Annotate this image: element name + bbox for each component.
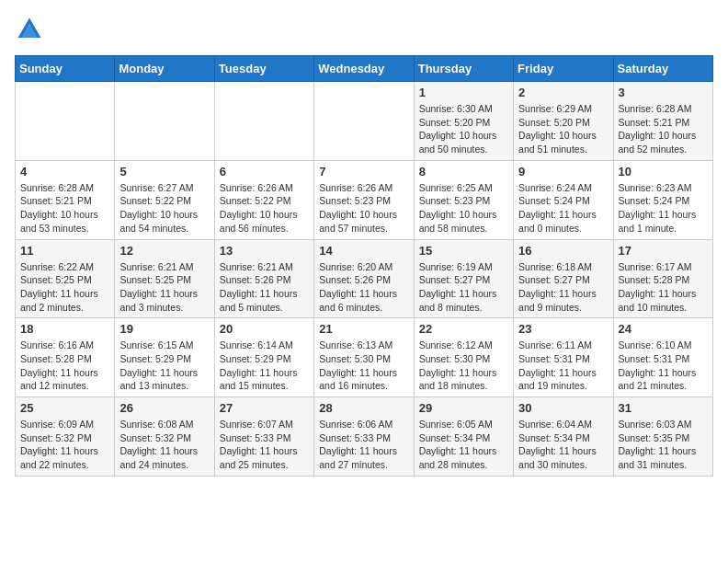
- day-number: 31: [619, 401, 708, 415]
- calendar-cell: 21Sunrise: 6:13 AMSunset: 5:30 PMDayligh…: [314, 318, 414, 397]
- calendar-cell: 31Sunrise: 6:03 AMSunset: 5:35 PMDayligh…: [613, 397, 712, 477]
- day-number: 7: [319, 165, 408, 178]
- day-info: Sunrise: 6:20 AMSunset: 5:26 PMDaylight:…: [319, 260, 408, 315]
- calendar-cell: 26Sunrise: 6:08 AMSunset: 5:32 PMDayligh…: [115, 397, 214, 477]
- day-info: Sunrise: 6:14 AMSunset: 5:29 PMDaylight:…: [220, 339, 309, 393]
- calendar-cell: 17Sunrise: 6:17 AMSunset: 5:28 PMDayligh…: [613, 239, 712, 318]
- day-info: Sunrise: 6:17 AMSunset: 5:28 PMDaylight:…: [619, 260, 708, 315]
- day-number: 23: [518, 322, 608, 336]
- day-number: 9: [518, 165, 608, 178]
- day-info: Sunrise: 6:27 AMSunset: 5:22 PMDaylight:…: [119, 181, 209, 236]
- calendar-cell: 19Sunrise: 6:15 AMSunset: 5:29 PMDayligh…: [115, 318, 214, 397]
- calendar-cell: 11Sunrise: 6:22 AMSunset: 5:25 PMDayligh…: [16, 239, 115, 318]
- calendar-cell: 13Sunrise: 6:21 AMSunset: 5:26 PMDayligh…: [214, 239, 313, 318]
- day-number: 24: [619, 322, 708, 336]
- day-info: Sunrise: 6:24 AMSunset: 5:24 PMDaylight:…: [518, 181, 608, 236]
- calendar-cell: 6Sunrise: 6:26 AMSunset: 5:22 PMDaylight…: [214, 160, 313, 239]
- day-number: 8: [419, 165, 508, 178]
- day-number: 25: [20, 401, 109, 415]
- calendar-cell: 18Sunrise: 6:16 AMSunset: 5:28 PMDayligh…: [16, 318, 115, 397]
- day-info: Sunrise: 6:19 AMSunset: 5:27 PMDaylight:…: [419, 260, 508, 315]
- day-info: Sunrise: 6:21 AMSunset: 5:26 PMDaylight:…: [220, 260, 309, 315]
- day-number: 1: [419, 86, 508, 99]
- logo: [15, 15, 48, 44]
- day-number: 17: [619, 244, 708, 258]
- calendar-cell: 24Sunrise: 6:10 AMSunset: 5:31 PMDayligh…: [613, 318, 712, 397]
- calendar-day-header: Wednesday: [314, 56, 414, 82]
- day-info: Sunrise: 6:12 AMSunset: 5:30 PMDaylight:…: [419, 339, 508, 393]
- day-number: 14: [319, 244, 408, 258]
- day-number: 12: [119, 244, 209, 258]
- calendar-week-row: 4Sunrise: 6:28 AMSunset: 5:21 PMDaylight…: [16, 160, 713, 239]
- day-number: 29: [419, 401, 508, 415]
- day-info: Sunrise: 6:29 AMSunset: 5:20 PMDaylight:…: [518, 102, 608, 156]
- day-number: 20: [220, 322, 309, 336]
- calendar-cell: [214, 82, 313, 161]
- calendar-cell: [314, 82, 414, 161]
- day-number: 26: [119, 401, 209, 415]
- calendar-cell: 14Sunrise: 6:20 AMSunset: 5:26 PMDayligh…: [314, 239, 414, 318]
- calendar-day-header: Thursday: [414, 56, 513, 82]
- day-info: Sunrise: 6:18 AMSunset: 5:27 PMDaylight:…: [518, 260, 608, 315]
- calendar-day-header: Monday: [115, 56, 214, 82]
- day-info: Sunrise: 6:28 AMSunset: 5:21 PMDaylight:…: [619, 102, 708, 156]
- calendar-week-row: 1Sunrise: 6:30 AMSunset: 5:20 PMDaylight…: [16, 82, 713, 161]
- day-number: 19: [119, 322, 209, 336]
- calendar-cell: 23Sunrise: 6:11 AMSunset: 5:31 PMDayligh…: [514, 318, 613, 397]
- day-info: Sunrise: 6:26 AMSunset: 5:23 PMDaylight:…: [319, 181, 408, 236]
- calendar-cell: 8Sunrise: 6:25 AMSunset: 5:23 PMDaylight…: [414, 160, 513, 239]
- day-number: 10: [619, 165, 708, 178]
- day-info: Sunrise: 6:04 AMSunset: 5:34 PMDaylight:…: [518, 418, 608, 472]
- calendar-cell: 27Sunrise: 6:07 AMSunset: 5:33 PMDayligh…: [214, 397, 313, 477]
- day-number: 22: [419, 322, 508, 336]
- day-number: 30: [518, 401, 608, 415]
- day-number: 13: [220, 244, 309, 258]
- calendar-cell: 3Sunrise: 6:28 AMSunset: 5:21 PMDaylight…: [613, 82, 712, 161]
- calendar-cell: 15Sunrise: 6:19 AMSunset: 5:27 PMDayligh…: [414, 239, 513, 318]
- logo-icon: [15, 15, 44, 44]
- day-info: Sunrise: 6:15 AMSunset: 5:29 PMDaylight:…: [119, 339, 209, 393]
- calendar-cell: 29Sunrise: 6:05 AMSunset: 5:34 PMDayligh…: [414, 397, 513, 477]
- calendar-cell: 7Sunrise: 6:26 AMSunset: 5:23 PMDaylight…: [314, 160, 414, 239]
- day-info: Sunrise: 6:11 AMSunset: 5:31 PMDaylight:…: [518, 339, 608, 393]
- calendar-cell: 4Sunrise: 6:28 AMSunset: 5:21 PMDaylight…: [16, 160, 115, 239]
- calendar-cell: 9Sunrise: 6:24 AMSunset: 5:24 PMDaylight…: [514, 160, 613, 239]
- day-number: 4: [20, 165, 109, 178]
- day-info: Sunrise: 6:22 AMSunset: 5:25 PMDaylight:…: [20, 260, 109, 315]
- calendar-week-row: 11Sunrise: 6:22 AMSunset: 5:25 PMDayligh…: [16, 239, 713, 318]
- day-number: 6: [220, 165, 309, 178]
- calendar-week-row: 25Sunrise: 6:09 AMSunset: 5:32 PMDayligh…: [16, 397, 713, 477]
- calendar-day-header: Saturday: [613, 56, 712, 82]
- day-number: 5: [119, 165, 209, 178]
- calendar-cell: 25Sunrise: 6:09 AMSunset: 5:32 PMDayligh…: [16, 397, 115, 477]
- day-info: Sunrise: 6:16 AMSunset: 5:28 PMDaylight:…: [20, 339, 109, 393]
- calendar-cell: [16, 82, 115, 161]
- calendar-cell: 30Sunrise: 6:04 AMSunset: 5:34 PMDayligh…: [514, 397, 613, 477]
- day-info: Sunrise: 6:28 AMSunset: 5:21 PMDaylight:…: [20, 181, 109, 236]
- day-number: 3: [619, 86, 708, 99]
- calendar-cell: [115, 82, 214, 161]
- calendar-cell: 20Sunrise: 6:14 AMSunset: 5:29 PMDayligh…: [214, 318, 313, 397]
- day-info: Sunrise: 6:07 AMSunset: 5:33 PMDaylight:…: [220, 418, 309, 472]
- day-info: Sunrise: 6:21 AMSunset: 5:25 PMDaylight:…: [119, 260, 209, 315]
- day-info: Sunrise: 6:30 AMSunset: 5:20 PMDaylight:…: [419, 102, 508, 156]
- day-info: Sunrise: 6:09 AMSunset: 5:32 PMDaylight:…: [20, 418, 109, 472]
- day-info: Sunrise: 6:23 AMSunset: 5:24 PMDaylight:…: [619, 181, 708, 236]
- calendar-table: SundayMondayTuesdayWednesdayThursdayFrid…: [15, 55, 713, 477]
- calendar-cell: 1Sunrise: 6:30 AMSunset: 5:20 PMDaylight…: [414, 82, 513, 161]
- calendar-cell: 10Sunrise: 6:23 AMSunset: 5:24 PMDayligh…: [613, 160, 712, 239]
- day-info: Sunrise: 6:10 AMSunset: 5:31 PMDaylight:…: [619, 339, 708, 393]
- calendar-cell: 5Sunrise: 6:27 AMSunset: 5:22 PMDaylight…: [115, 160, 214, 239]
- day-number: 16: [518, 244, 608, 258]
- day-info: Sunrise: 6:26 AMSunset: 5:22 PMDaylight:…: [220, 181, 309, 236]
- calendar-week-row: 18Sunrise: 6:16 AMSunset: 5:28 PMDayligh…: [16, 318, 713, 397]
- day-number: 11: [20, 244, 109, 258]
- calendar-day-header: Friday: [514, 56, 613, 82]
- day-number: 2: [518, 86, 608, 99]
- day-info: Sunrise: 6:05 AMSunset: 5:34 PMDaylight:…: [419, 418, 508, 472]
- day-info: Sunrise: 6:08 AMSunset: 5:32 PMDaylight:…: [119, 418, 209, 472]
- calendar-day-header: Tuesday: [214, 56, 313, 82]
- day-info: Sunrise: 6:13 AMSunset: 5:30 PMDaylight:…: [319, 339, 408, 393]
- calendar-day-header: Sunday: [16, 56, 115, 82]
- day-number: 18: [20, 322, 109, 336]
